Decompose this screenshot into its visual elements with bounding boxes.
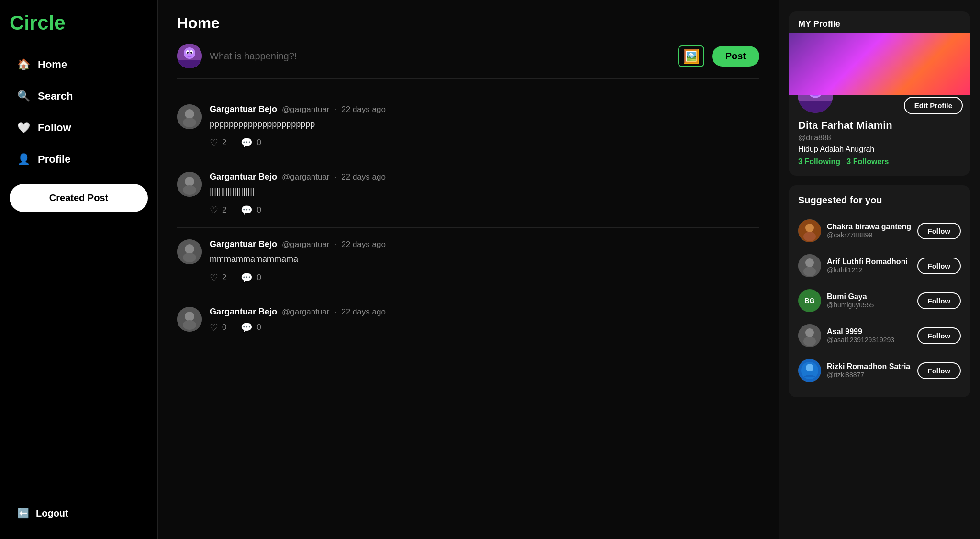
post-dot: · bbox=[334, 105, 337, 114]
svg-point-37 bbox=[806, 364, 813, 371]
profile-name: Dita Farhat Miamin bbox=[798, 119, 961, 132]
post-author: Gargantuar Bejo bbox=[210, 104, 277, 114]
comment-icon: 💬 bbox=[241, 204, 253, 216]
search-icon: 🔍 bbox=[17, 90, 30, 102]
follow-button[interactable]: Follow bbox=[917, 258, 961, 274]
suggested-handle: @luthfi1212 bbox=[827, 266, 912, 274]
post-composer: What is happening?! 🖼️ Post bbox=[177, 44, 759, 79]
sidebar-item-home[interactable]: 🏠 Home bbox=[10, 50, 148, 79]
post-time: 22 days ago bbox=[341, 172, 386, 182]
post-actions: ♡ 0 💬 0 bbox=[210, 322, 759, 333]
suggested-avatar bbox=[798, 359, 821, 382]
like-action[interactable]: ♡ 2 bbox=[210, 137, 226, 148]
post-item: Gargantuar Bejo @gargantuar · 22 days ag… bbox=[177, 228, 759, 295]
post-handle: @gargantuar bbox=[282, 307, 330, 317]
svg-point-28 bbox=[803, 232, 816, 241]
edit-profile-button[interactable]: Edit Profile bbox=[904, 97, 963, 114]
post-handle: @gargantuar bbox=[282, 105, 330, 114]
post-dot: · bbox=[334, 240, 337, 249]
post-dot: · bbox=[334, 307, 337, 317]
comment-action[interactable]: 💬 0 bbox=[241, 137, 261, 148]
like-count: 2 bbox=[222, 138, 226, 147]
suggested-name: Asal 9999 bbox=[827, 327, 912, 336]
comment-icon: 💬 bbox=[241, 137, 253, 148]
like-count: 2 bbox=[222, 273, 226, 282]
comment-action[interactable]: 💬 0 bbox=[241, 204, 261, 216]
profile-details: Dita Farhat Miamin @dita888 Hidup Adalah… bbox=[789, 114, 970, 176]
comment-count: 0 bbox=[256, 273, 261, 282]
suggested-avatar bbox=[798, 219, 821, 242]
suggested-info: Arif Luthfi Romadhoni @luthfi1212 bbox=[827, 258, 912, 274]
composer-avatar bbox=[177, 44, 202, 68]
suggested-handle: @bumiguyu555 bbox=[827, 301, 912, 309]
image-upload-button[interactable]: 🖼️ bbox=[678, 45, 704, 67]
post-content: Gargantuar Bejo @gargantuar · 22 days ag… bbox=[210, 104, 759, 148]
heart-icon: ♡ bbox=[210, 272, 218, 283]
logout-icon: ⬅️ bbox=[17, 507, 29, 519]
suggested-item: Rizki Romadhon Satria @rizki88877 Follow bbox=[798, 353, 961, 388]
follow-button[interactable]: Follow bbox=[917, 223, 961, 239]
sidebar-item-search[interactable]: 🔍 Search bbox=[10, 81, 148, 111]
post-header: Gargantuar Bejo @gargantuar · 22 days ag… bbox=[210, 104, 759, 114]
post-avatar bbox=[177, 172, 202, 197]
sidebar-item-profile[interactable]: 👤 Profile bbox=[10, 145, 148, 174]
heart-icon: ♡ bbox=[210, 204, 218, 216]
post-header: Gargantuar Bejo @gargantuar · 22 days ag… bbox=[210, 239, 759, 249]
suggested-list: Chakra birawa ganteng @cakr7788899 Follo… bbox=[798, 213, 961, 388]
svg-point-33 bbox=[805, 328, 814, 337]
profile-icon: 👤 bbox=[17, 153, 30, 166]
post-dot: · bbox=[334, 172, 337, 182]
follow-button[interactable]: Follow bbox=[917, 327, 961, 344]
app-logo: Circle bbox=[10, 11, 148, 34]
sidebar-item-follow[interactable]: 🤍 Follow bbox=[10, 113, 148, 143]
main-feed: Home What is happening?! 🖼️ Post bbox=[158, 0, 779, 539]
post-author: Gargantuar Bejo bbox=[210, 172, 277, 182]
post-content: Gargantuar Bejo @gargantuar · 22 days ag… bbox=[210, 307, 759, 333]
post-content: Gargantuar Bejo @gargantuar · 22 days ag… bbox=[210, 239, 759, 283]
profile-handle: @dita888 bbox=[798, 134, 961, 142]
comment-count: 0 bbox=[256, 205, 261, 215]
suggested-name: Bumi Gaya bbox=[827, 292, 912, 301]
posts-list: Gargantuar Bejo @gargantuar · 22 days ag… bbox=[177, 93, 759, 345]
like-action[interactable]: ♡ 2 bbox=[210, 204, 226, 216]
post-avatar bbox=[177, 104, 202, 129]
logout-button[interactable]: ⬅️ Logout bbox=[10, 499, 148, 528]
suggested-item: BG Bumi Gaya @bumiguyu555 Follow bbox=[798, 283, 961, 318]
post-actions: ♡ 2 💬 0 bbox=[210, 137, 759, 148]
svg-point-15 bbox=[183, 253, 196, 262]
composer-actions: 🖼️ Post bbox=[678, 45, 759, 67]
created-post-button[interactable]: Created Post bbox=[10, 184, 148, 212]
post-text: mmmammamammama bbox=[210, 254, 759, 264]
like-action[interactable]: ♡ 0 bbox=[210, 322, 226, 333]
suggested-info: Asal 9999 @asal1239129319293 bbox=[827, 327, 912, 344]
post-time: 22 days ago bbox=[341, 105, 386, 114]
suggested-info: Bumi Gaya @bumiguyu555 bbox=[827, 292, 912, 309]
post-author: Gargantuar Bejo bbox=[210, 307, 277, 317]
svg-rect-6 bbox=[177, 60, 202, 68]
post-button[interactable]: Post bbox=[712, 46, 759, 67]
suggested-name: Chakra birawa ganteng bbox=[827, 223, 912, 231]
svg-point-14 bbox=[185, 244, 194, 254]
comment-icon: 💬 bbox=[241, 322, 253, 333]
suggested-section: Suggested for you Chakra birawa ganteng … bbox=[789, 185, 970, 397]
post-content: Gargantuar Bejo @gargantuar · 22 days ag… bbox=[210, 172, 759, 216]
follow-button[interactable]: Follow bbox=[917, 362, 961, 379]
post-avatar bbox=[177, 239, 202, 264]
like-count: 2 bbox=[222, 205, 226, 215]
suggested-item: Asal 9999 @asal1239129319293 Follow bbox=[798, 318, 961, 353]
logout-label: Logout bbox=[36, 508, 68, 519]
suggested-info: Rizki Romadhon Satria @rizki88877 bbox=[827, 362, 912, 379]
comment-action[interactable]: 💬 0 bbox=[241, 272, 261, 283]
svg-point-11 bbox=[185, 177, 194, 186]
comment-action[interactable]: 💬 0 bbox=[241, 322, 261, 333]
post-handle: @gargantuar bbox=[282, 240, 330, 249]
sidebar-item-home-label: Home bbox=[38, 58, 67, 71]
suggested-handle: @cakr7788899 bbox=[827, 231, 912, 239]
composer-input[interactable]: What is happening?! bbox=[210, 45, 670, 67]
profile-banner bbox=[789, 33, 970, 95]
like-action[interactable]: ♡ 2 bbox=[210, 272, 226, 283]
sidebar-nav: 🏠 Home 🔍 Search 🤍 Follow 👤 Profile bbox=[10, 50, 148, 174]
follow-button[interactable]: Follow bbox=[917, 292, 961, 309]
suggested-handle: @rizki88877 bbox=[827, 371, 912, 379]
sidebar: Circle 🏠 Home 🔍 Search 🤍 Follow 👤 Profil… bbox=[0, 0, 158, 539]
